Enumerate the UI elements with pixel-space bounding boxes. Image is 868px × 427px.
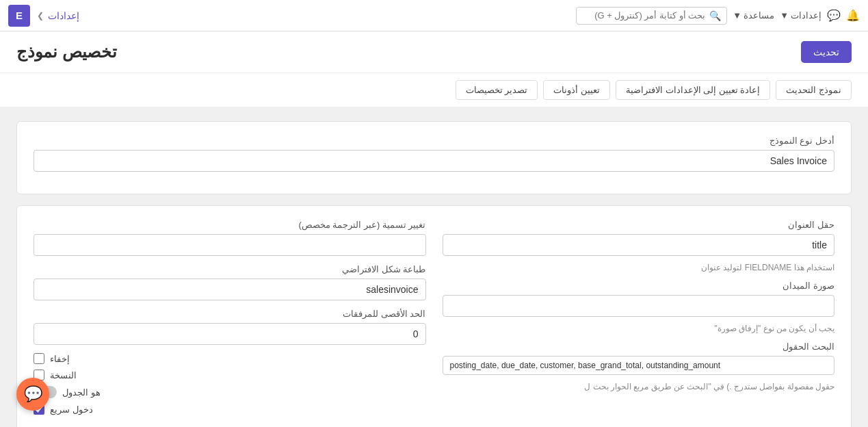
search-hint: حقول مفصولة بفواصل ستدرج .) في "البحث عن…: [443, 382, 835, 391]
chevron-down-icon: ▼: [780, 10, 789, 21]
toolbar: نموذج التحديث إعادة تعيين إلى الإعدادات …: [0, 73, 868, 107]
image-field-label: صورة الميدان: [443, 281, 835, 291]
breadcrumb: إعدادات ❯: [37, 10, 79, 21]
breadcrumb-chevron: ❯: [37, 11, 44, 21]
chat-button[interactable]: 💬: [16, 378, 49, 411]
avatar-button[interactable]: E: [8, 5, 30, 27]
quick-entry-row: دخول سريع: [34, 404, 426, 415]
default-print-label: طباعة شكل الافتراضي: [34, 264, 426, 274]
navbar-left: إعدادات ❯ E: [8, 5, 79, 27]
left-col: تغيير تسمية (عبر الترجمة مخصص) طباعة شكل…: [34, 220, 426, 420]
search-icon: 🔍: [709, 10, 721, 21]
main-content: أدخل نوع النموذج حقل العنوان استخدام هذا…: [0, 107, 868, 427]
hide-row: إخفاء: [34, 353, 426, 364]
default-print-input[interactable]: [34, 279, 426, 300]
navbar: 🔔 💬 إعدادات ▼ مساعدة ▼ 🔍 إعدادات ❯ E: [0, 0, 868, 31]
title-field-input[interactable]: [443, 234, 835, 256]
page-header: تحديث تخصيص نموذج: [0, 31, 868, 73]
search-fields-input[interactable]: [443, 356, 835, 375]
fields-two-col: حقل العنوان استخدام هذا FIELDNAME لتوليد…: [34, 220, 834, 420]
model-type-input[interactable]: [34, 150, 834, 172]
model-type-label: أدخل نوع النموذج: [34, 135, 834, 146]
settings-label: إعدادات: [791, 10, 821, 21]
help-label: مساعدة: [744, 10, 774, 21]
image-field-group: صورة الميدان يجب أن يكون من نوع "إرفاق ص…: [443, 281, 835, 333]
update-button[interactable]: تحديث: [801, 41, 852, 63]
fieldname-hint: استخدام هذا FIELDNAME لتوليد عنوان: [443, 263, 835, 272]
chat-nav-icon[interactable]: 💬: [827, 9, 841, 22]
quick-entry-label: دخول سريع: [50, 404, 93, 415]
max-attach-label: الحد الأقصى للمرفقات: [34, 309, 426, 319]
hide-label: إخفاء: [50, 354, 70, 364]
update-model-btn[interactable]: نموذج التحديث: [776, 80, 852, 100]
is-table-label: هو الجدول: [62, 387, 101, 398]
model-type-card: أدخل نوع النموذج: [16, 121, 852, 194]
rename-group: تغيير تسمية (عبر الترجمة مخصص): [34, 220, 426, 256]
chevron-down-icon-help: ▼: [733, 10, 741, 21]
model-type-group: أدخل نوع النموذج: [34, 135, 834, 172]
title-field-label: حقل العنوان: [443, 220, 835, 230]
default-print-group: طباعة شكل الافتراضي: [34, 264, 426, 300]
image-hint: يجب أن يكون من نوع "إرفاق صورة": [443, 324, 835, 333]
assign-addons-btn[interactable]: تعيين أذونات: [543, 80, 610, 100]
copy-row: النسخة: [34, 370, 426, 380]
max-attach-input[interactable]: [34, 323, 426, 345]
reset-defaults-btn[interactable]: إعادة تعيين إلى الإعدادات الافتراضية: [616, 80, 770, 100]
max-attach-group: الحد الأقصى للمرفقات: [34, 309, 426, 345]
settings-nav-btn[interactable]: إعدادات ▼: [780, 10, 821, 21]
navbar-right: 🔔 💬 إعدادات ▼ مساعدة ▼ 🔍: [576, 7, 860, 25]
search-input[interactable]: [582, 10, 705, 21]
image-field-input[interactable]: [443, 295, 835, 317]
fields-card: حقل العنوان استخدام هذا FIELDNAME لتوليد…: [16, 205, 852, 427]
breadcrumb-parent[interactable]: إعدادات: [48, 10, 79, 21]
rename-label: تغيير تسمية (عبر الترجمة مخصص): [34, 220, 426, 230]
export-customizations-btn[interactable]: تصدير تخصيصات: [456, 80, 538, 100]
page-title: تخصيص نموذج: [16, 42, 117, 62]
rename-input[interactable]: [34, 234, 426, 256]
copy-label: النسخة: [50, 370, 77, 380]
title-field-group: حقل العنوان استخدام هذا FIELDNAME لتوليد…: [443, 220, 835, 272]
right-col: حقل العنوان استخدام هذا FIELDNAME لتوليد…: [443, 220, 835, 400]
is-table-row: هو الجدول: [34, 386, 426, 398]
hide-checkbox[interactable]: [34, 353, 44, 364]
bell-icon[interactable]: 🔔: [846, 9, 860, 22]
search-bar[interactable]: 🔍: [576, 7, 727, 25]
help-nav-btn[interactable]: مساعدة ▼: [733, 10, 774, 21]
chat-icon: 💬: [24, 385, 42, 403]
search-fields-group: البحث الحقول حقول مفصولة بفواصل ستدرج .)…: [443, 341, 835, 391]
search-fields-label: البحث الحقول: [443, 341, 835, 352]
